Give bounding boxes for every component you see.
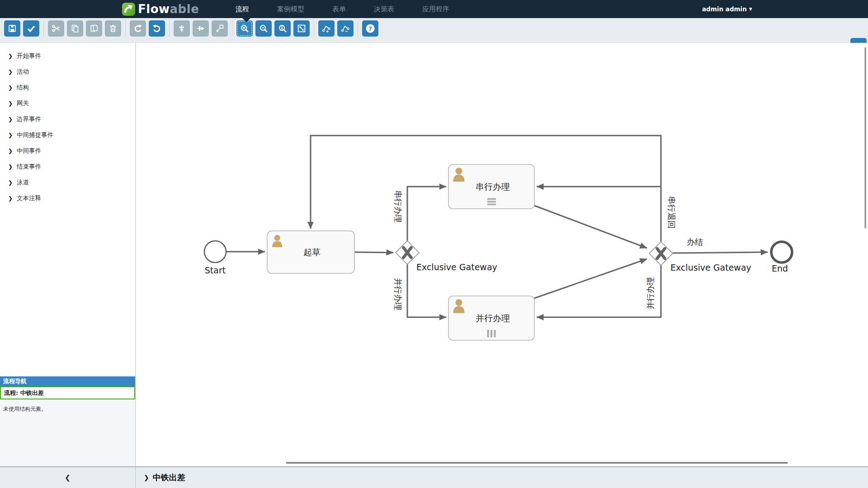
zoom-fit-button[interactable] bbox=[293, 20, 310, 37]
same-size-button[interactable] bbox=[212, 20, 228, 37]
copy-icon bbox=[70, 23, 80, 33]
remove-bendpoint-button[interactable] bbox=[337, 20, 354, 37]
palette-group-intermediate-catching-events[interactable]: ❯中间捕捉事件 bbox=[8, 131, 53, 140]
chevron-right-icon: ❯ bbox=[8, 148, 13, 154]
chevron-right-icon: ❯ bbox=[8, 164, 13, 170]
draft-task-label: 起草 bbox=[303, 247, 321, 257]
palette-group-swimlanes[interactable]: ❯泳道 bbox=[8, 178, 29, 187]
palette-group-structural[interactable]: ❯结构 bbox=[8, 83, 29, 92]
redo-button[interactable] bbox=[130, 20, 146, 37]
save-button[interactable] bbox=[4, 20, 20, 37]
chevron-right-icon: ❯ bbox=[8, 179, 13, 186]
toolbar-separator bbox=[358, 20, 358, 37]
align-horizontal-button[interactable] bbox=[193, 20, 209, 37]
flow-gateway1-to-serial[interactable] bbox=[407, 187, 446, 241]
process-navigator-current-process[interactable]: 流程: 中铁出差 bbox=[0, 386, 135, 399]
bpmn-diagram: 串行办理 并行办理 串行退回 并行办理 办结 Start 起草 串行办理 并行办… bbox=[136, 43, 868, 466]
flowable-logo-text: Flowable bbox=[138, 3, 199, 16]
gateway1-label: Exclusive Gateway bbox=[416, 262, 497, 272]
palette-group-boundary-events[interactable]: ❯边界事件 bbox=[8, 115, 41, 124]
align-vertical-button[interactable] bbox=[174, 20, 190, 37]
undo-icon bbox=[152, 23, 162, 33]
zoom-in-icon bbox=[240, 23, 250, 33]
palette-group-text-annotation[interactable]: ❯文本注释 bbox=[8, 194, 41, 203]
palette-group-intermediate-events[interactable]: ❯中间事件 bbox=[8, 146, 41, 155]
chevron-right-icon: ❯ bbox=[8, 100, 13, 107]
validate-check-icon bbox=[26, 23, 36, 33]
palette-group-start-events[interactable]: ❯开始事件 bbox=[8, 52, 41, 61]
zoom-in-button[interactable] bbox=[236, 20, 253, 37]
vertical-scrollbar[interactable] bbox=[865, 47, 866, 228]
toolbar-separator bbox=[125, 20, 126, 37]
tab-forms[interactable]: 表单 bbox=[330, 5, 349, 14]
chevron-right-icon: ❯ bbox=[8, 69, 13, 75]
collapse-sidebar-chevron-icon[interactable]: ❮ bbox=[65, 474, 71, 482]
add-bendpoint-icon bbox=[321, 23, 331, 33]
palette-group-end-events[interactable]: ❯结束事件 bbox=[8, 162, 41, 171]
zoom-fit-icon bbox=[297, 23, 307, 33]
chevron-down-icon: ▼ bbox=[749, 7, 752, 11]
draft-task-node[interactable]: 起草 bbox=[267, 231, 354, 273]
zoom-out-icon bbox=[259, 23, 269, 33]
zoom-out-button[interactable] bbox=[255, 20, 272, 37]
sequence-flows bbox=[226, 136, 768, 317]
toolbar-separator bbox=[169, 20, 170, 37]
edge-label-parallel-return: 并行办理 bbox=[646, 277, 655, 310]
toolbar-separator bbox=[314, 20, 314, 37]
bpmn-canvas[interactable]: 串行办理 并行办理 串行退回 并行办理 办结 Start 起草 串行办理 并行办… bbox=[136, 43, 868, 466]
flowable-logo-icon bbox=[122, 3, 135, 16]
paste-icon bbox=[89, 23, 99, 33]
same-size-icon bbox=[215, 23, 225, 33]
edge-label-complete: 办结 bbox=[687, 237, 703, 247]
end-event-node[interactable]: End bbox=[771, 242, 792, 273]
process-navigator-note: 未使用结构元素。 bbox=[0, 399, 135, 413]
edge-label-parallel-branch: 并行办理 bbox=[393, 278, 403, 310]
palette-group-gateways[interactable]: ❯网关 bbox=[8, 99, 29, 108]
user-menu[interactable]: admin admin ▼ bbox=[702, 0, 752, 18]
shape-palette-sidebar: ❯开始事件 ❯活动 ❯结构 ❯网关 ❯边界事件 ❯中间捕捉事件 ❯中间事件 ❯结… bbox=[0, 43, 136, 466]
help-button[interactable]: ? bbox=[362, 20, 378, 37]
validate-button[interactable] bbox=[23, 20, 39, 37]
align-vertical-icon bbox=[177, 23, 187, 33]
flow-gateway1-to-parallel[interactable] bbox=[407, 264, 446, 317]
serial-task-node[interactable]: 串行办理 bbox=[448, 164, 534, 209]
top-navbar: Flowable 流程 案例模型 表单 决策表 应用程序 admin admin… bbox=[0, 0, 868, 18]
paste-button[interactable] bbox=[86, 20, 102, 37]
chevron-right-icon: ❯ bbox=[8, 84, 13, 91]
cut-icon bbox=[51, 23, 61, 33]
parallel-task-label: 并行办理 bbox=[476, 313, 510, 323]
parallel-task-node[interactable]: 并行办理 bbox=[448, 296, 534, 340]
tab-decision-tables[interactable]: 决策表 bbox=[371, 5, 397, 14]
palette-collapse-area: ❮ bbox=[0, 467, 136, 488]
palette-group-activities[interactable]: ❯活动 bbox=[8, 67, 29, 76]
delete-icon bbox=[108, 23, 118, 33]
delete-button[interactable] bbox=[105, 20, 121, 37]
copy-button[interactable] bbox=[67, 20, 83, 37]
align-horizontal-icon bbox=[196, 23, 206, 33]
toolbar-separator bbox=[43, 20, 44, 37]
start-event-label: Start bbox=[205, 265, 226, 275]
tab-apps[interactable]: 应用程序 bbox=[420, 5, 452, 14]
serial-task-label: 串行办理 bbox=[476, 182, 510, 192]
multi-instance-sequential-icon bbox=[487, 198, 496, 206]
cut-button[interactable] bbox=[48, 20, 64, 37]
start-event-node[interactable]: Start bbox=[204, 241, 226, 275]
process-breadcrumb[interactable]: ❯ 中铁出差 bbox=[144, 467, 185, 488]
bottom-bar: ❮ ❯ 中铁出差 bbox=[0, 466, 868, 488]
horizontal-scrollbar[interactable] bbox=[286, 462, 788, 464]
flow-draft-to-gateway1[interactable] bbox=[354, 252, 393, 253]
flow-parallel-to-gateway2[interactable] bbox=[534, 259, 647, 298]
tab-processes[interactable]: 流程 bbox=[233, 5, 252, 14]
undo-button[interactable] bbox=[149, 20, 165, 37]
zoom-actual-button[interactable]: 1 bbox=[274, 20, 291, 37]
tab-case-models[interactable]: 案例模型 bbox=[274, 5, 307, 14]
add-bendpoint-button[interactable] bbox=[318, 20, 335, 37]
edge-label-serial-return: 串行退回 bbox=[667, 196, 676, 229]
process-navigator-title: 流程导航 bbox=[0, 376, 135, 386]
chevron-right-icon: ❯ bbox=[8, 195, 13, 202]
exclusive-gateway1-node[interactable]: Exclusive Gateway bbox=[396, 241, 497, 272]
flow-gateway2-to-end[interactable] bbox=[673, 252, 768, 253]
editor-toolbar: 1 bbox=[0, 18, 868, 43]
save-icon bbox=[7, 23, 17, 33]
flow-serial-to-gateway2[interactable] bbox=[534, 206, 647, 248]
